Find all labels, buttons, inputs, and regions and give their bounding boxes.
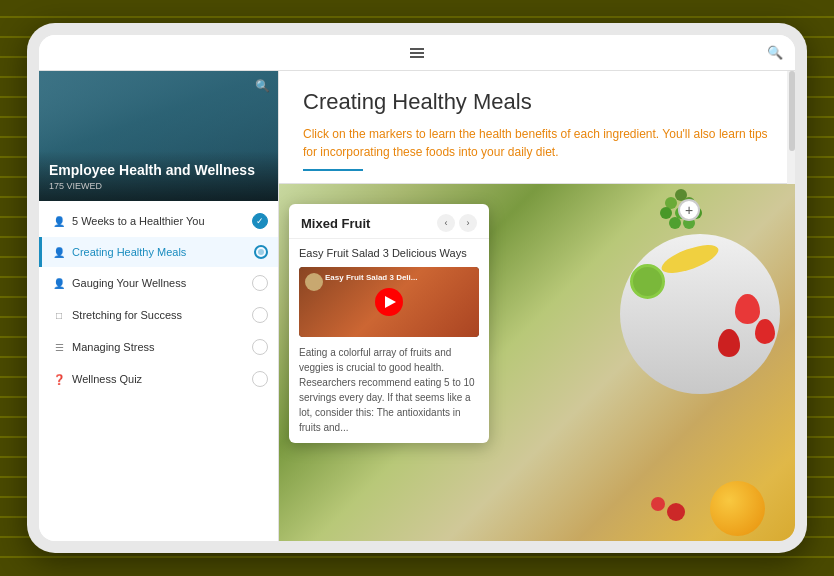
nav-item-stretching[interactable]: □ Stretching for Success	[39, 299, 278, 331]
sidebar-search-icon[interactable]: 🔍	[255, 79, 270, 93]
content-underline	[303, 169, 363, 171]
popup-card: Mixed Fruit ‹ › Easy Fruit Salad 3 Delic…	[289, 204, 489, 443]
sidebar-hero: Employee Health and Wellness 175 VIEWED …	[39, 71, 278, 201]
nav-label-gauging: Gauging Your Wellness	[72, 277, 252, 289]
main-area: Employee Health and Wellness 175 VIEWED …	[39, 71, 795, 541]
nav-icon-list: ☰	[52, 340, 66, 354]
nav-label-stress: Managing Stress	[72, 341, 252, 353]
content-body: + + Mixed Fruit ‹ › Easy F	[279, 184, 795, 541]
popup-video-thumb[interactable]: Easy Fruit Salad 3 Deli...	[299, 267, 479, 337]
sidebar-hero-overlay: Employee Health and Wellness 175 VIEWED	[39, 151, 278, 201]
sidebar-hero-title: Employee Health and Wellness	[49, 161, 268, 179]
popup-prev-arrow[interactable]: ‹	[437, 214, 455, 232]
sidebar-nav: 👤 5 Weeks to a Healthier You ✓ 👤 Creatin…	[39, 201, 278, 541]
popup-video-play-button[interactable]	[375, 288, 403, 316]
popup-card-header: Mixed Fruit ‹ ›	[289, 204, 489, 239]
popup-card-title: Mixed Fruit	[301, 216, 370, 231]
nav-item-gauging[interactable]: 👤 Gauging Your Wellness	[39, 267, 278, 299]
nav-icon-quiz: ❓	[52, 372, 66, 386]
content-title: Creating Healthy Meals	[303, 89, 771, 115]
content-subtitle: Click on the markers to learn the health…	[303, 125, 771, 161]
nav-label-weeks: 5 Weeks to a Healthier You	[72, 215, 252, 227]
nav-item-healthy-meals[interactable]: 👤 Creating Healthy Meals	[39, 237, 278, 267]
tablet-frame: 🔍 Employee Health and Wellness 175 VIEWE…	[27, 23, 807, 553]
tablet-screen: 🔍 Employee Health and Wellness 175 VIEWE…	[39, 35, 795, 541]
nav-check-stretching	[252, 307, 268, 323]
nav-icon-person-1: 👤	[52, 214, 66, 228]
popup-video-avatar	[305, 273, 323, 291]
search-icon[interactable]: 🔍	[767, 45, 783, 60]
sidebar-hero-stats: 175 VIEWED	[49, 181, 268, 191]
nav-icon-person-2: 👤	[52, 245, 66, 259]
popup-text-content: Eating a colorful array of fruits and ve…	[299, 345, 479, 435]
nav-progress-healthy-meals	[254, 245, 268, 259]
popup-next-arrow[interactable]: ›	[459, 214, 477, 232]
popup-video-label: Easy Fruit Salad 3 Deli...	[325, 273, 473, 282]
subtitle-link-text: Click on the markers to learn the health…	[303, 127, 768, 159]
nav-check-quiz	[252, 371, 268, 387]
top-bar: 🔍	[39, 35, 795, 71]
hamburger-icon[interactable]	[410, 48, 424, 58]
content-area: Creating Healthy Meals Click on the mark…	[279, 71, 795, 541]
nav-label-healthy-meals: Creating Healthy Meals	[72, 246, 254, 258]
nav-check-gauging	[252, 275, 268, 291]
popup-video-title: Easy Fruit Salad 3 Delicious Ways	[299, 247, 479, 259]
sidebar: Employee Health and Wellness 175 VIEWED …	[39, 71, 279, 541]
scrollbar-thumb[interactable]	[789, 71, 795, 151]
nav-check-weeks: ✓	[252, 213, 268, 229]
popup-nav-arrows: ‹ ›	[437, 214, 477, 232]
plus-button-top[interactable]: +	[678, 199, 700, 221]
nav-label-stretching: Stretching for Success	[72, 309, 252, 321]
top-bar-icons	[410, 48, 424, 58]
nav-icon-checkbox: □	[52, 308, 66, 322]
nav-item-stress[interactable]: ☰ Managing Stress	[39, 331, 278, 363]
nav-item-quiz[interactable]: ❓ Wellness Quiz	[39, 363, 278, 395]
nav-check-stress	[252, 339, 268, 355]
nav-item-weeks[interactable]: 👤 5 Weeks to a Healthier You ✓	[39, 205, 278, 237]
nav-label-quiz: Wellness Quiz	[72, 373, 252, 385]
content-header: Creating Healthy Meals Click on the mark…	[279, 71, 795, 184]
nav-icon-person-3: 👤	[52, 276, 66, 290]
popup-card-body: Easy Fruit Salad 3 Delicious Ways Easy F…	[289, 239, 489, 443]
